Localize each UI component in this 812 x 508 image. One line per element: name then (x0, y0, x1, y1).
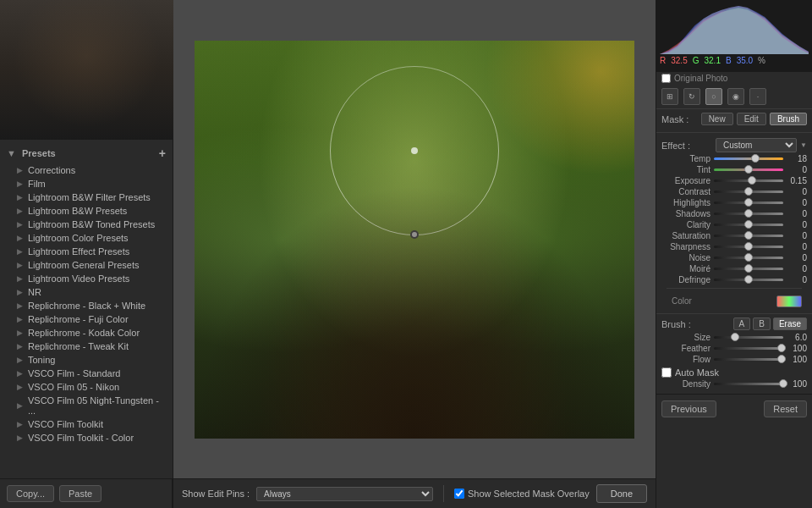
slider-contrast[interactable] (714, 190, 783, 193)
thumb-tint (744, 165, 753, 174)
auto-mask-checkbox[interactable] (661, 367, 672, 378)
preset-group-item[interactable]: ▶Replichrome - Kodak Color (0, 326, 173, 340)
effect-select[interactable]: Custom Default (716, 138, 797, 152)
preset-group-item[interactable]: ▶Lightroom B&W Filter Presets (0, 190, 173, 204)
thumb-exposure (748, 176, 756, 185)
preset-arrow: ▶ (17, 433, 23, 442)
r-label: R (660, 56, 666, 65)
slider-tint[interactable] (714, 168, 783, 171)
effect-slider-row-clarity: Clarity 0 (661, 220, 807, 229)
bottom-toolbar: Show Edit Pins : Always Auto Never Show … (173, 478, 656, 508)
preset-group-item[interactable]: ▶Lightroom General Presets (0, 258, 173, 272)
preset-group-item[interactable]: ▶Corrections (0, 163, 173, 177)
brush-a-button[interactable]: A (733, 318, 751, 330)
slider-label-sharpness: Sharpness (661, 242, 710, 251)
brush-slider-row-size: Size 6.0 (661, 333, 807, 342)
preset-group-item[interactable]: ▶Film (0, 177, 173, 190)
circle-arrow-icon[interactable]: ↻ (683, 88, 700, 105)
slider-shadows[interactable] (714, 213, 783, 215)
brush-slider-row-flow: Flow 100 (661, 355, 807, 364)
preset-group-item[interactable]: ▶VSCO Film Toolkit - Color (0, 431, 173, 444)
slider-label-clarity: Clarity (661, 220, 710, 229)
brush-b-button[interactable]: B (753, 318, 771, 330)
brush-label: Brush : (661, 319, 691, 329)
preset-group-item[interactable]: ▶Lightroom B&W Toned Presets (0, 218, 173, 231)
show-edit-pins-select[interactable]: Always Auto Never (256, 487, 433, 501)
toolbar-separator (443, 485, 444, 502)
mask-new-button[interactable]: New (701, 113, 733, 125)
done-button[interactable]: Done (596, 484, 647, 503)
density-slider[interactable] (714, 383, 783, 385)
histogram-canvas (660, 3, 809, 54)
add-preset-button[interactable]: + (159, 146, 166, 160)
pct: % (758, 56, 765, 65)
preset-arrow: ▶ (17, 329, 23, 337)
slider-val-moiré: 0 (787, 264, 807, 273)
preset-group-item[interactable]: ▶VSCO Film 05 - Nikon (0, 380, 173, 394)
slider-highlights[interactable] (714, 202, 783, 204)
brush-val-size: 6.0 (787, 333, 807, 342)
grid-tool-icon[interactable]: ⊞ (661, 88, 678, 105)
show-mask-checkbox[interactable] (454, 489, 464, 499)
svg-marker-3 (660, 6, 809, 54)
preset-group-item[interactable]: ▶Lightroom B&W Presets (0, 204, 173, 218)
reset-button[interactable]: Reset (764, 400, 807, 417)
brush-tool-icon[interactable]: ◉ (727, 88, 744, 105)
slider-defringe[interactable] (714, 279, 783, 281)
preset-arrow: ▶ (17, 420, 23, 428)
preset-group-item[interactable]: ▶VSCO Film - Standard (0, 367, 173, 380)
previous-button[interactable]: Previous (661, 400, 716, 417)
preset-group-item[interactable]: ▶Lightroom Color Presets (0, 231, 173, 245)
slider-val-contrast: 0 (787, 187, 807, 196)
slider-saturation[interactable] (714, 235, 783, 237)
slider-val-defringe: 0 (787, 275, 807, 284)
slider-label-shadows: Shadows (661, 209, 710, 218)
preset-group-item[interactable]: ▶Replichrome - Black + White (0, 299, 173, 312)
preset-group-item[interactable]: ▶Lightroom Effect Presets (0, 245, 173, 258)
thumb-sharpness (744, 242, 753, 251)
slider-temp[interactable] (714, 157, 783, 160)
brush-slider-flow[interactable] (714, 358, 783, 361)
mask-brush-button[interactable]: Brush (770, 113, 807, 125)
paste-button[interactable]: Paste (59, 485, 102, 502)
b-value: 35.0 (737, 56, 753, 65)
histogram-svg (660, 3, 809, 54)
brush-slider-size[interactable] (714, 336, 783, 339)
copy-button[interactable]: Copy... (7, 485, 54, 502)
slider-sharpness[interactable] (714, 246, 783, 248)
slider-val-clarity: 0 (787, 220, 807, 229)
preset-group-item[interactable]: ▶Replichrome - Fuji Color (0, 312, 173, 326)
slider-val-tint: 0 (787, 165, 807, 174)
thumb-defringe (744, 275, 753, 284)
brush-thumb-feather (777, 344, 786, 352)
effect-slider-row-highlights: Highlights 0 (661, 198, 807, 207)
preset-arrow: ▶ (17, 220, 23, 229)
slider-noise[interactable] (714, 257, 783, 259)
preset-arrow: ▶ (17, 261, 23, 269)
density-slider-row: Density 100 (661, 379, 807, 389)
preset-group-item[interactable]: ▶VSCO Film Toolkit (0, 417, 173, 431)
dot-icon[interactable]: · (749, 88, 766, 105)
slider-clarity[interactable] (714, 224, 783, 226)
mask-edit-button[interactable]: Edit (737, 113, 766, 125)
preset-group-item[interactable]: ▶Toning (0, 353, 173, 367)
effect-slider-row-temp: Temp 18 (661, 154, 807, 163)
effect-slider-row-saturation: Saturation 0 (661, 231, 807, 240)
preset-arrow: ▶ (17, 166, 23, 174)
brush-slider-feather[interactable] (714, 347, 783, 350)
preset-group-item[interactable]: ▶NR (0, 285, 173, 299)
slider-exposure[interactable] (714, 179, 783, 182)
effect-slider-row-defringe: Defringe 0 (661, 275, 807, 284)
color-swatch[interactable] (776, 295, 802, 307)
preset-group-item[interactable]: ▶Replichrome - Tweak Kit (0, 340, 173, 353)
brush-slider-row-feather: Feather 100 (661, 344, 807, 353)
preset-group-item[interactable]: ▶Lightroom Video Presets (0, 272, 173, 285)
original-photo-checkbox[interactable] (661, 74, 671, 83)
brush-erase-button[interactable]: Erase (773, 318, 807, 330)
slider-val-saturation: 0 (787, 231, 807, 240)
slider-label-defringe: Defringe (661, 275, 710, 284)
slider-moiré[interactable] (714, 268, 783, 270)
brush-row: Brush : A B Erase (661, 318, 807, 330)
preset-group-item[interactable]: ▶VSCO Film 05 Night-Tungsten - ... (0, 394, 173, 417)
radial-tool-icon[interactable]: ○ (705, 88, 722, 105)
